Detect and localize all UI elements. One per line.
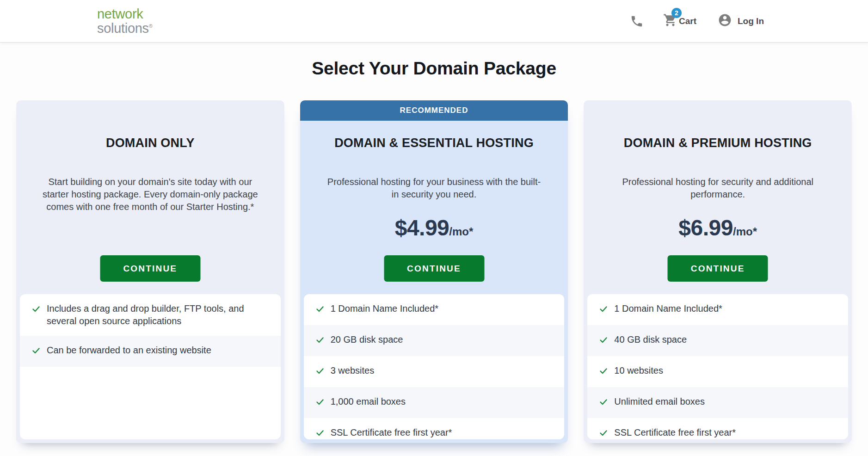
cart-label: Cart [679, 16, 696, 26]
network-solutions-logo[interactable]: network solutions® [97, 8, 153, 34]
phone-icon[interactable] [630, 14, 644, 28]
price-suffix: /mo* [733, 225, 757, 238]
cart-count-badge: 2 [671, 8, 682, 18]
check-icon [315, 304, 325, 317]
feature-item: Can be forwarded to an existing website [20, 336, 281, 367]
continue-button-domain-essential-hosting[interactable]: CONTINUE [384, 255, 484, 282]
price-amount: $4.99 [395, 215, 449, 240]
cart-button[interactable]: 2 Cart [663, 13, 696, 29]
price-suffix: /mo* [449, 225, 473, 238]
feature-item: 1 Domain Name Included* [587, 294, 848, 325]
plan-description: Start building on your domain's site tod… [42, 176, 259, 213]
plan-title: DOMAIN & ESSENTIAL HOSTING [300, 136, 568, 150]
recommended-banner: RECOMMENDED [300, 100, 568, 121]
check-icon [599, 335, 608, 348]
check-icon [599, 397, 608, 410]
check-icon [315, 428, 325, 439]
shopping-cart-icon [663, 21, 677, 29]
check-icon [31, 346, 41, 358]
feature-item: SSL Certificate free first year* [587, 418, 848, 439]
feature-text: Can be forwarded to an existing website [47, 344, 211, 357]
feature-item: 3 websites [304, 356, 565, 387]
page-title: Select Your Domain Package [0, 57, 868, 79]
check-icon [599, 304, 608, 317]
plan-card-domain-only: DOMAIN ONLY Start building on your domai… [16, 100, 284, 443]
plan-card-domain-essential-hosting: RECOMMENDED DOMAIN & ESSENTIAL HOSTING P… [300, 100, 568, 443]
check-icon [599, 428, 608, 439]
feature-text: 10 websites [614, 364, 663, 377]
check-icon [599, 366, 608, 379]
feature-item: 40 GB disk space [587, 325, 848, 356]
feature-text: 20 GB disk space [331, 333, 403, 346]
feature-text: Includes a drag and drop builder, FTP to… [47, 302, 274, 327]
account-circle-icon [718, 13, 732, 29]
feature-list: 1 Domain Name Included* 20 GB disk space… [304, 294, 565, 439]
plan-price: $6.99 /mo* [584, 215, 852, 240]
feature-item: SSL Certificate free first year* [304, 418, 565, 439]
plan-title: DOMAIN ONLY [16, 136, 284, 150]
check-icon [315, 397, 325, 410]
continue-button-domain-premium-hosting[interactable]: CONTINUE [668, 255, 768, 282]
login-label: Log In [738, 16, 764, 26]
check-icon [315, 366, 325, 379]
feature-text: Unlimited email boxes [614, 395, 705, 408]
header-nav: 2 Cart Log In [630, 13, 764, 29]
feature-text: 1 Domain Name Included* [331, 302, 438, 315]
check-icon [31, 304, 41, 317]
registered-mark: ® [149, 23, 153, 29]
plan-description: Professional hosting for security and ad… [609, 176, 826, 201]
plan-price: $4.99 /mo* [300, 215, 568, 240]
feature-text: SSL Certificate free first year* [331, 426, 452, 439]
plan-description: Professional hosting for your business w… [326, 176, 542, 201]
login-button[interactable]: Log In [718, 13, 764, 29]
feature-text: 1 Domain Name Included* [614, 302, 722, 315]
plan-cards: DOMAIN ONLY Start building on your domai… [16, 100, 852, 443]
plan-title: DOMAIN & PREMIUM HOSTING [584, 136, 852, 150]
feature-item: Includes a drag and drop builder, FTP to… [20, 294, 281, 336]
logo-line-1: network [97, 8, 153, 20]
site-header: network solutions® 2 Cart Log In [0, 0, 868, 43]
feature-item: Unlimited email boxes [587, 387, 848, 418]
feature-item: 10 websites [587, 356, 848, 387]
feature-item: 1 Domain Name Included* [304, 294, 565, 325]
plan-card-domain-premium-hosting: DOMAIN & PREMIUM HOSTING Professional ho… [584, 100, 852, 443]
feature-list: Includes a drag and drop builder, FTP to… [20, 294, 281, 439]
feature-item: 20 GB disk space [304, 325, 565, 356]
feature-text: 40 GB disk space [614, 333, 687, 346]
feature-text: 3 websites [331, 364, 375, 377]
logo-line-2: solutions® [97, 20, 153, 34]
check-icon [315, 335, 325, 348]
feature-text: 1,000 email boxes [331, 395, 406, 408]
feature-text: SSL Certificate free first year* [614, 426, 736, 439]
price-amount: $6.99 [678, 215, 733, 240]
feature-item: 1,000 email boxes [304, 387, 565, 418]
continue-button-domain-only[interactable]: CONTINUE [100, 255, 200, 282]
feature-list: 1 Domain Name Included* 40 GB disk space… [587, 294, 848, 439]
